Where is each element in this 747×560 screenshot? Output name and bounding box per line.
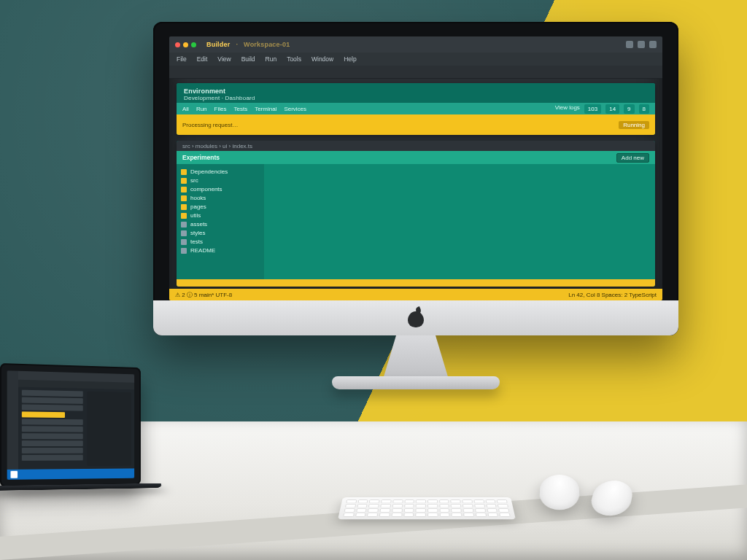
- menu-tools[interactable]: Tools: [287, 55, 301, 63]
- ide-workarea: Environment Development · Dashboard All …: [169, 79, 662, 289]
- start-icon[interactable]: [10, 471, 18, 478]
- folder-icon: [181, 187, 187, 192]
- panel-experiments-header: Experiments Add new: [177, 151, 655, 164]
- tree-label[interactable]: tests: [190, 238, 203, 245]
- imac-chin: [153, 300, 678, 335]
- laptop-tree-row[interactable]: [22, 404, 83, 411]
- chip-3[interactable]: 9: [624, 104, 634, 114]
- ide-statusbar[interactable]: ⚠ 2 ⓘ 5 main* UTF-8 Ln 42, Col 8 Spaces:…: [169, 289, 662, 300]
- laptop-tree-row[interactable]: [22, 433, 83, 439]
- mouse-1: [539, 475, 581, 510]
- tree-label[interactable]: README: [190, 247, 215, 254]
- menu-build[interactable]: Build: [241, 55, 255, 63]
- menu-help[interactable]: Help: [344, 55, 356, 63]
- tree-label[interactable]: src: [190, 177, 198, 184]
- tree-row: components: [181, 186, 260, 192]
- file-tree[interactable]: Dependencies src components hooks pages …: [177, 164, 264, 279]
- laptop-file-tree[interactable]: [22, 390, 83, 467]
- tree-row: Dependencies: [181, 168, 260, 175]
- panel-environment-banner: Processing request… Running: [177, 114, 655, 135]
- breadcrumb-text[interactable]: src › modules › ui › index.ts: [182, 143, 252, 149]
- settings-icon[interactable]: [638, 41, 645, 48]
- menu-run[interactable]: Run: [266, 55, 277, 63]
- file-icon: [181, 239, 187, 245]
- minimize-dot-icon[interactable]: [183, 42, 188, 47]
- ide-titlebar[interactable]: Builder · Workspace-01: [169, 36, 662, 52]
- laptop-tree-row[interactable]: [22, 390, 83, 397]
- tree-label[interactable]: assets: [190, 221, 207, 228]
- banner-text: Processing request…: [182, 122, 238, 128]
- ide-window: Builder · Workspace-01 File Edit View: [169, 36, 662, 300]
- tab-run[interactable]: Run: [196, 106, 207, 112]
- imac-body: Builder · Workspace-01 File Edit View: [153, 22, 678, 335]
- chip-1[interactable]: 103: [584, 104, 601, 114]
- menu-file[interactable]: File: [177, 55, 187, 63]
- panel-environment-title: Environment: [184, 88, 225, 95]
- tab-tests[interactable]: Tests: [233, 106, 247, 112]
- title-project: Builder: [206, 41, 230, 48]
- search-icon[interactable]: [626, 41, 633, 48]
- ide-menubar[interactable]: File Edit View Build Run Tools Window He…: [169, 52, 662, 66]
- laptop-content: [18, 387, 134, 470]
- account-icon[interactable]: [649, 41, 657, 48]
- tree-label[interactable]: styles: [190, 230, 205, 236]
- tree-label[interactable]: Dependencies: [190, 168, 228, 175]
- imac: Builder · Workspace-01 File Edit View: [153, 22, 678, 401]
- breadcrumb[interactable]: src › modules › ui › index.ts: [177, 141, 655, 151]
- laptop-tree-row-active[interactable]: [22, 411, 65, 418]
- ide-toolbar[interactable]: [169, 66, 662, 79]
- editor-canvas[interactable]: [264, 164, 655, 279]
- tree-label[interactable]: components: [190, 186, 222, 192]
- laptop-activitybar[interactable]: [7, 370, 18, 470]
- panel-experiments-title: Experiments: [182, 154, 220, 161]
- laptop-editor[interactable]: [87, 392, 131, 467]
- title-file: Workspace-01: [244, 41, 290, 48]
- panel-environment-link[interactable]: View logs: [555, 104, 580, 114]
- chip-4[interactable]: 8: [639, 104, 649, 114]
- tab-terminal[interactable]: Terminal: [255, 106, 276, 112]
- tree-label[interactable]: utils: [190, 212, 201, 219]
- add-new-button[interactable]: Add new: [616, 153, 649, 163]
- laptop-taskbar[interactable]: [7, 468, 134, 479]
- statusbar-right[interactable]: Ln 42, Col 8 Spaces: 2 TypeScript: [568, 292, 657, 298]
- tree-label[interactable]: pages: [190, 203, 206, 210]
- tree-label[interactable]: hooks: [190, 195, 206, 201]
- imac-stand-neck: [383, 335, 449, 379]
- tab-all[interactable]: All: [182, 106, 189, 112]
- statusbar-left[interactable]: ⚠ 2 ⓘ 5 main* UTF-8: [175, 291, 232, 299]
- banner-pill[interactable]: Running: [619, 121, 649, 129]
- imac-screen: Builder · Workspace-01 File Edit View: [169, 36, 662, 300]
- laptop-tree-row[interactable]: [22, 426, 83, 432]
- laptop-tree-row[interactable]: [22, 419, 83, 425]
- tab-files[interactable]: Files: [214, 106, 227, 112]
- folder-icon: [181, 213, 187, 219]
- tree-row: README: [181, 247, 260, 254]
- tree-row: assets: [181, 221, 260, 228]
- close-dot-icon[interactable]: [175, 42, 180, 47]
- panel-environment-subtitle: Development · Dashboard: [184, 95, 648, 101]
- laptop-tree-row[interactable]: [22, 455, 83, 461]
- scene-backdrop: Builder · Workspace-01 File Edit View: [0, 0, 747, 560]
- laptop-tree-row[interactable]: [22, 448, 83, 454]
- keyboard: [338, 497, 516, 519]
- menu-edit[interactable]: Edit: [197, 55, 208, 63]
- panel-environment-tabs[interactable]: All Run Files Tests Terminal Services Vi…: [177, 103, 655, 114]
- chip-2[interactable]: 14: [605, 104, 619, 114]
- laptop-tree-row[interactable]: [22, 440, 83, 446]
- tab-services[interactable]: Services: [284, 106, 306, 112]
- tree-row: styles: [181, 230, 260, 236]
- laptop-body: [0, 363, 141, 487]
- file-icon: [181, 248, 187, 254]
- folder-icon: [181, 178, 187, 184]
- laptop-tree-row[interactable]: [22, 397, 83, 404]
- zoom-dot-icon[interactable]: [191, 42, 196, 47]
- window-traffic-lights[interactable]: [175, 42, 196, 47]
- panel-environment: Environment Development · Dashboard All …: [177, 83, 655, 135]
- panel-experiments-footer: [177, 279, 655, 287]
- laptop: [0, 363, 172, 531]
- menu-window[interactable]: Window: [311, 55, 333, 63]
- folder-icon: [181, 204, 187, 210]
- panel-experiments: src › modules › ui › index.ts Experiment…: [177, 141, 655, 287]
- folder-icon: [181, 169, 187, 175]
- menu-view[interactable]: View: [217, 55, 231, 63]
